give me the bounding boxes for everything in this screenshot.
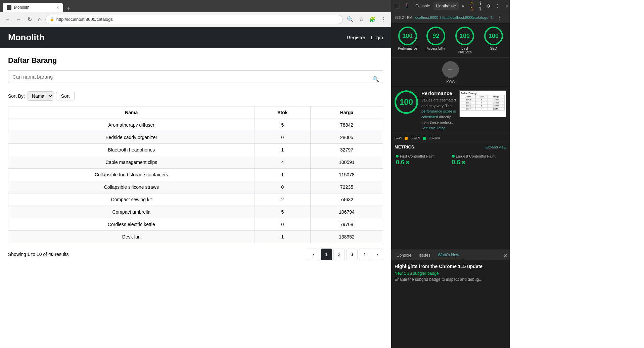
devtools-warning-button[interactable]: ⚠ 1 bbox=[468, 0, 476, 12]
bottom-subheading: New CSS subgrid badge bbox=[395, 271, 506, 276]
metric-fcp: First Contentful Paint 0.6 s bbox=[395, 151, 451, 169]
devtools-more-button[interactable]: ⋮ bbox=[494, 3, 502, 9]
devtools-url[interactable]: http://localhost:8000/catalogs bbox=[440, 15, 488, 19]
tab-favicon bbox=[7, 5, 11, 10]
expand-view-link[interactable]: Expand view bbox=[486, 145, 506, 149]
cell-stok: 0 bbox=[255, 218, 311, 231]
cell-stok: 5 bbox=[255, 119, 311, 131]
score-seo: 100 SEO bbox=[484, 27, 503, 54]
cell-harga: 115078 bbox=[311, 169, 383, 181]
perf-desc-text: Values are estimated and may vary. The bbox=[421, 98, 456, 108]
home-button[interactable]: ⌂ bbox=[36, 15, 43, 24]
legend-range-high: 90–100 bbox=[429, 136, 440, 140]
devtools-panel: ⬚ 📱 Elements Console Lighthouse » ⚠ 1 ℹ … bbox=[391, 0, 510, 348]
lcp-dot bbox=[452, 155, 455, 158]
bottom-tab-issues[interactable]: Issues bbox=[415, 252, 434, 259]
accessibility-circle: 92 bbox=[426, 27, 445, 45]
pagination-wrap: Showing 1 to 10 of 40 results ‹ 1 2 3 4 … bbox=[8, 249, 383, 260]
cell-stok: 1 bbox=[255, 169, 311, 181]
screenshot-content: Daftar Barang NamaStokHarga Item 1578842… bbox=[460, 91, 506, 112]
table-row: Collapsible food storage containers11150… bbox=[8, 169, 383, 181]
bottom-text: Enable the subgrid badge to inspect and … bbox=[395, 276, 506, 282]
best-practices-label: Best Practices bbox=[455, 47, 475, 54]
pwa-section: — PWA bbox=[391, 58, 510, 87]
bottom-tab-console[interactable]: Console bbox=[393, 252, 415, 259]
table-row: Cordless electric kettle079768 bbox=[8, 218, 383, 231]
cell-harga: 78842 bbox=[311, 119, 383, 131]
perf-screenshot: Daftar Barang NamaStokHarga Item 1578842… bbox=[459, 90, 506, 117]
devtools-more-url-btn[interactable]: ⋮ bbox=[495, 14, 503, 21]
devtools-settings-button[interactable]: ⚙ bbox=[485, 3, 492, 9]
devtools-inspect-button[interactable]: ⬚ bbox=[393, 3, 401, 9]
search-icon-btn[interactable]: 🔍 bbox=[345, 15, 356, 24]
page-3-button[interactable]: 3 bbox=[346, 249, 358, 260]
more-options-button[interactable]: ⋮ bbox=[379, 15, 388, 24]
back-button[interactable]: ← bbox=[3, 15, 12, 24]
extensions-button[interactable]: 🧩 bbox=[367, 15, 378, 24]
cell-harga: 79768 bbox=[311, 218, 383, 231]
seo-value: 100 bbox=[489, 33, 499, 40]
table-row: Compact sewing kit274632 bbox=[8, 193, 383, 206]
fcp-label: First Contentful Paint bbox=[396, 154, 449, 158]
devtools-tab-more[interactable]: » bbox=[459, 2, 467, 10]
address-bar[interactable]: 🔒 http://localhost:8000/catalogs bbox=[45, 15, 343, 24]
login-link[interactable]: Login bbox=[371, 35, 383, 40]
sort-select[interactable]: Nama Stok Harga bbox=[28, 91, 53, 101]
lcp-label-text: Largest Contentful Paint bbox=[456, 154, 496, 158]
page-2-button[interactable]: 2 bbox=[333, 249, 345, 260]
performance-section: 100 Performance Values are estimated and… bbox=[391, 87, 510, 134]
table-row: Collapsible silicone straws072235 bbox=[8, 181, 383, 193]
devtools-tab-console-visible[interactable]: Console bbox=[413, 2, 433, 10]
devtools-tab-lighthouse[interactable]: Lighthouse bbox=[433, 2, 459, 10]
cell-harga: 100591 bbox=[311, 156, 383, 169]
cell-nama: Desk fan bbox=[8, 231, 255, 243]
perf-title: Performance bbox=[421, 90, 456, 96]
see-calculator-link[interactable]: See calculator. bbox=[421, 126, 446, 130]
table-row: Desk fan1138952 bbox=[8, 231, 383, 243]
bottom-heading: Highlights from the Chrome 115 update bbox=[395, 264, 506, 269]
reload-button[interactable]: ↻ bbox=[26, 15, 34, 24]
metric-lcp: Largest Contentful Paint 0.6 s bbox=[451, 151, 507, 169]
page-next-button[interactable]: › bbox=[372, 249, 383, 260]
pagination: ‹ 1 2 3 4 › bbox=[308, 249, 383, 260]
cell-stok: 1 bbox=[255, 231, 311, 243]
accessibility-value: 92 bbox=[432, 33, 439, 40]
metrics-header: METRICS Expand view bbox=[391, 142, 510, 151]
cell-harga: 74632 bbox=[311, 193, 383, 206]
page-4-button[interactable]: 4 bbox=[359, 249, 370, 260]
cell-nama: Compact umbrella bbox=[8, 206, 255, 218]
fcp-dot bbox=[396, 155, 399, 158]
cell-harga: 28005 bbox=[311, 131, 383, 144]
score-accessibility: 92 Accessibility bbox=[426, 27, 445, 54]
devtools-device-button[interactable]: 📱 bbox=[402, 3, 411, 9]
site-nav: Register Login bbox=[347, 35, 383, 40]
devtools-server: localhost:8000 bbox=[414, 15, 438, 19]
perf-desc: Values are estimated and may vary. The p… bbox=[421, 97, 456, 131]
cell-harga: 138952 bbox=[311, 231, 383, 243]
register-link[interactable]: Register bbox=[347, 35, 365, 40]
devtools-close-button[interactable]: ✕ bbox=[503, 3, 510, 9]
sort-button[interactable]: Sort bbox=[56, 92, 75, 100]
table-row: Bluetooth headphones132797 bbox=[8, 144, 383, 156]
sort-bar: Sort By: Nama Stok Harga Sort bbox=[8, 91, 383, 101]
bottom-content: Highlights from the Chrome 115 update Ne… bbox=[391, 260, 510, 348]
cell-nama: Compact sewing kit bbox=[8, 193, 255, 206]
performance-circle: 100 bbox=[398, 27, 417, 45]
new-tab-button[interactable]: + bbox=[63, 5, 74, 12]
cell-harga: 32797 bbox=[311, 144, 383, 156]
tab-close-button[interactable]: ✕ bbox=[56, 6, 59, 9]
page-prev-button[interactable]: ‹ bbox=[308, 249, 319, 260]
forward-button[interactable]: → bbox=[14, 15, 24, 24]
active-tab[interactable]: Monolith ✕ bbox=[3, 3, 63, 12]
bottom-tab-whats-new[interactable]: What's New bbox=[434, 251, 463, 259]
page-1-button[interactable]: 1 bbox=[321, 249, 332, 260]
search-input[interactable] bbox=[8, 70, 383, 83]
legend-range-mid: 50–89 bbox=[411, 136, 420, 140]
devtools-reload-icon[interactable]: ↻ bbox=[490, 15, 493, 20]
main-container: Daftar Barang 🔍 Sort By: Nama Stok Harga… bbox=[0, 48, 391, 268]
cell-nama: Collapsible food storage containers bbox=[8, 169, 255, 181]
table-row: Bedside caddy organizer028005 bbox=[8, 131, 383, 144]
bottom-panel-close[interactable]: ✕ bbox=[504, 253, 508, 258]
bookmark-button[interactable]: ☆ bbox=[357, 15, 366, 24]
devtools-info-button[interactable]: ℹ 1 bbox=[477, 0, 483, 12]
